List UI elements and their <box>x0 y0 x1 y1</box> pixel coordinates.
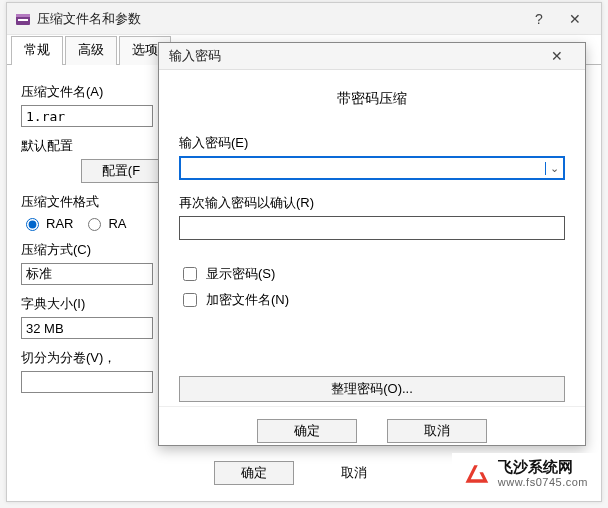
encrypt-names-input[interactable] <box>183 293 197 307</box>
watermark: 飞沙系统网 www.fs0745.com <box>452 453 598 494</box>
password-label: 输入密码(E) <box>179 134 565 152</box>
modal-content: 带密码压缩 输入密码(E) ⌄ 再次输入密码以确认(R) 显示密码(S) 加密文… <box>159 70 585 406</box>
help-button[interactable]: ? <box>521 6 557 32</box>
dict-select[interactable] <box>21 317 153 339</box>
dict-label: 字典大小(I) <box>21 295 161 313</box>
watermark-url: www.fs0745.com <box>498 476 588 488</box>
encrypt-names-label: 加密文件名(N) <box>206 291 289 309</box>
watermark-name: 飞沙系统网 <box>498 459 588 476</box>
main-title: 压缩文件名和参数 <box>37 10 141 28</box>
modal-heading: 带密码压缩 <box>179 90 565 108</box>
default-profile-label: 默认配置 <box>21 137 161 155</box>
watermark-logo-icon <box>462 460 490 488</box>
main-ok-button[interactable]: 确定 <box>214 461 294 485</box>
archive-name-input[interactable] <box>21 105 153 127</box>
radio-rar-input[interactable] <box>26 218 39 231</box>
close-button[interactable]: ✕ <box>557 6 593 32</box>
modal-title: 输入密码 <box>169 47 221 65</box>
main-cancel-button[interactable]: 取消 <box>314 461 394 485</box>
method-select[interactable] <box>21 263 153 285</box>
archive-name-label: 压缩文件名(A) <box>21 83 161 101</box>
password-input[interactable]: ⌄ <box>179 156 565 180</box>
rar-icon <box>15 11 31 27</box>
tab-advanced[interactable]: 高级 <box>65 36 117 65</box>
confirm-label: 再次输入密码以确认(R) <box>179 194 565 212</box>
profile-button[interactable]: 配置(F <box>81 159 161 183</box>
modal-close-button[interactable]: ✕ <box>539 43 575 69</box>
password-dialog: 输入密码 ✕ 带密码压缩 输入密码(E) ⌄ 再次输入密码以确认(R) 显示密码… <box>158 42 586 446</box>
show-password-label: 显示密码(S) <box>206 265 275 283</box>
show-password-checkbox[interactable]: 显示密码(S) <box>179 264 565 284</box>
method-label: 压缩方式(C) <box>21 241 161 259</box>
radio-rar4-label: RA <box>108 216 126 231</box>
organize-passwords-button[interactable]: 整理密码(O)... <box>179 376 565 402</box>
radio-rar[interactable]: RAR <box>21 215 73 231</box>
split-input[interactable] <box>21 371 153 393</box>
chevron-down-icon[interactable]: ⌄ <box>545 162 563 175</box>
encrypt-names-checkbox[interactable]: 加密文件名(N) <box>179 290 565 310</box>
modal-titlebar: 输入密码 ✕ <box>159 43 585 70</box>
modal-cancel-button[interactable]: 取消 <box>387 419 487 443</box>
radio-rar-label: RAR <box>46 216 73 231</box>
radio-rar4[interactable]: RA <box>83 215 126 231</box>
modal-buttons: 确定 取消 <box>159 406 585 459</box>
svg-marker-3 <box>465 465 488 483</box>
format-label: 压缩文件格式 <box>21 193 161 211</box>
modal-ok-button[interactable]: 确定 <box>257 419 357 443</box>
confirm-password-input[interactable] <box>179 216 565 240</box>
svg-rect-1 <box>16 14 30 17</box>
split-label: 切分为分卷(V)， <box>21 349 161 367</box>
watermark-text: 飞沙系统网 www.fs0745.com <box>498 459 588 488</box>
radio-rar4-input[interactable] <box>88 218 101 231</box>
tab-general[interactable]: 常规 <box>11 36 63 65</box>
main-titlebar: 压缩文件名和参数 ? ✕ <box>7 3 601 35</box>
show-password-input[interactable] <box>183 267 197 281</box>
svg-rect-2 <box>18 19 28 21</box>
